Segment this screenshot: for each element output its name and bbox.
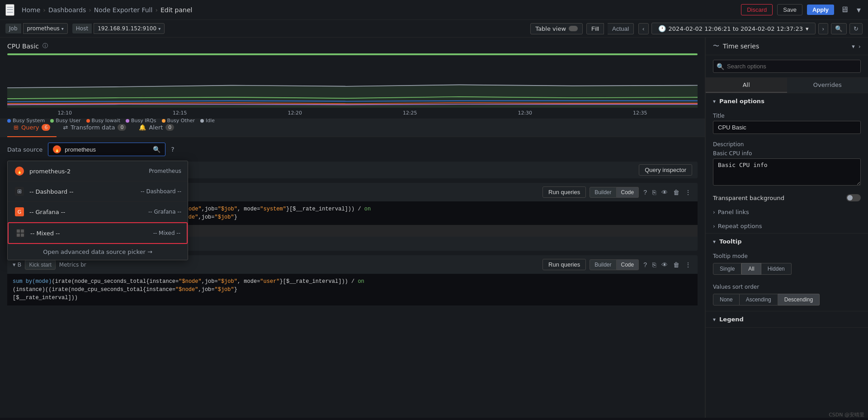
panel-options-chevron-icon: ▾: [713, 98, 716, 105]
right-panel-header: 〜 Time series ▾ ›: [706, 38, 868, 55]
host-value[interactable]: 192.168.91.152:9100 ▾: [94, 23, 165, 34]
collapse-chevron-b-icon[interactable]: ▾: [13, 261, 16, 268]
datasource-label: Data source: [7, 146, 42, 153]
dropdown-item-dashboard[interactable]: ⊞ -- Dashboard -- -- Dashboard --: [8, 181, 188, 202]
menu-icon[interactable]: ☰: [5, 4, 14, 16]
breadcrumb-dashboards[interactable]: Dashboards: [48, 6, 86, 14]
advanced-datasource-button[interactable]: Open advanced data source picker →: [8, 244, 188, 260]
eye-icon-b[interactable]: 👁: [660, 260, 669, 269]
run-queries-button-b[interactable]: Run queries: [542, 259, 586, 270]
zoom-out-button[interactable]: 🔍: [831, 23, 847, 34]
time-range-button[interactable]: 🕐 2024-02-02 12:06:21 to 2024-02-02 12:3…: [651, 23, 816, 34]
legend-title: Legend: [719, 316, 744, 323]
legend-header[interactable]: ▾ Legend: [706, 311, 868, 327]
tooltip-single-button[interactable]: Single: [713, 263, 741, 275]
run-queries-button-a[interactable]: Run queries: [542, 186, 586, 198]
help-icon-a[interactable]: ?: [642, 188, 648, 197]
prometheus-icon: 🔥: [14, 166, 25, 177]
kick-start-button-b[interactable]: Kick start: [25, 260, 55, 270]
host-chevron-icon: ▾: [158, 26, 160, 31]
info-icon[interactable]: ⓘ: [42, 42, 48, 50]
code-block-b[interactable]: sum by(mode)(irate(node_cpu_seconds_tota…: [7, 274, 698, 305]
help-icon-b[interactable]: ?: [642, 260, 648, 269]
tab-overrides[interactable]: Overrides: [787, 78, 868, 93]
legend-idle: Idle: [200, 118, 215, 124]
item-name-mixed: -- Mixed --: [30, 230, 149, 237]
sort-descending-button[interactable]: Descending: [778, 294, 820, 305]
save-button[interactable]: Save: [777, 4, 802, 15]
title-input[interactable]: [713, 121, 861, 134]
apply-button[interactable]: Apply: [807, 5, 834, 15]
legend-busy-iowait: Busy Iowait: [86, 118, 120, 124]
tooltip-all-button[interactable]: All: [741, 263, 761, 275]
delete-icon-a[interactable]: 🗑: [672, 188, 680, 197]
axis-label-1225: 12:25: [403, 110, 417, 116]
tooltip-header[interactable]: ▾ Tooltip: [706, 234, 868, 249]
time-next-button[interactable]: ›: [818, 23, 828, 34]
eye-icon-a[interactable]: 👁: [660, 188, 669, 197]
breadcrumb-home[interactable]: Home: [22, 6, 40, 14]
tooltip-hidden-button[interactable]: Hidden: [761, 263, 792, 275]
dropdown-item-grafana[interactable]: G -- Grafana -- -- Grafana --: [8, 202, 188, 222]
refresh-button[interactable]: ↻: [849, 23, 863, 34]
dropdown-item-prometheus2[interactable]: 🔥 prometheus-2 Prometheus: [8, 161, 188, 181]
right-panel: 〜 Time series ▾ › 🔍 All Overrides ▾ Pane…: [705, 38, 868, 418]
copy-icon-b[interactable]: ⎘: [651, 260, 657, 269]
actual-button[interactable]: Actual: [608, 23, 634, 34]
help-icon[interactable]: ?: [171, 146, 174, 153]
axis-label-1210: 12:10: [57, 110, 72, 116]
discard-button[interactable]: Discard: [741, 4, 773, 15]
transparent-bg-label: Transparent background: [713, 195, 784, 201]
datasource-selector[interactable]: 🔥 🔍: [48, 143, 165, 156]
chevron-down-icon[interactable]: ▾: [855, 3, 863, 17]
tooltip-mode-field: Tooltip mode Single All Hidden: [706, 249, 868, 280]
legend-busy-system: Busy System: [7, 118, 45, 124]
description-label: Description: [713, 141, 861, 148]
axis-label-1235: 12:35: [633, 110, 647, 116]
code-button-b[interactable]: Code: [617, 259, 639, 270]
more-icon-a[interactable]: ⋮: [684, 188, 692, 197]
delete-icon-b[interactable]: 🗑: [672, 260, 680, 269]
values-sort-buttons: None Ascending Descending: [713, 292, 861, 307]
metrics-browser-b[interactable]: Metrics br: [59, 262, 86, 268]
item-type-prometheus2: Prometheus: [149, 168, 181, 174]
job-value[interactable]: prometheus ▾: [23, 23, 68, 34]
display-icon[interactable]: 🖥: [839, 3, 850, 16]
tab-all[interactable]: All: [706, 78, 787, 93]
main-layout: CPU Basic ⓘ 12:10 12:15 1: [0, 38, 868, 418]
visualization-title: Time series: [723, 43, 848, 50]
chart-title-text: CPU Basic: [7, 43, 39, 50]
dropdown-item-mixed[interactable]: -- Mixed -- -- Mixed --: [8, 222, 188, 244]
table-toggle-switch[interactable]: [569, 26, 578, 31]
repeat-options-row[interactable]: › Repeat options: [706, 219, 868, 233]
chart-progress-bar: [7, 53, 698, 55]
datasource-dropdown: 🔥 prometheus-2 Prometheus ⊞ -- Dashboard…: [7, 161, 188, 260]
table-view-toggle[interactable]: Table view: [530, 23, 583, 34]
sort-none-button[interactable]: None: [713, 294, 740, 305]
description-textarea[interactable]: Basic CPU info: [713, 158, 861, 186]
time-prev-button[interactable]: ‹: [638, 23, 648, 34]
right-panel-expand-icon[interactable]: ›: [859, 43, 861, 50]
tooltip-mode-buttons: Single All Hidden: [713, 261, 861, 277]
description-hint: Basic CPU info: [713, 149, 861, 158]
panel-options-header[interactable]: ▾ Panel options: [706, 93, 868, 109]
transparent-bg-toggle[interactable]: [846, 194, 861, 201]
tab-alert-badge: 0: [165, 124, 174, 131]
legend-busy-user: Busy User: [50, 118, 80, 124]
breadcrumb-node-exporter[interactable]: Node Exporter Full: [94, 6, 153, 14]
topbar: ☰ Home › Dashboards › Node Exporter Full…: [0, 0, 868, 20]
copy-icon-a[interactable]: ⎘: [651, 188, 657, 197]
search-options-input[interactable]: [713, 60, 861, 73]
chart-axis-labels: 12:10 12:15 12:20 12:25 12:30 12:35: [7, 110, 698, 116]
code-button-a[interactable]: Code: [617, 187, 639, 198]
datasource-input[interactable]: [65, 146, 149, 153]
panel-links-row[interactable]: › Panel links: [706, 205, 868, 219]
more-icon-b[interactable]: ⋮: [684, 260, 692, 269]
fill-button[interactable]: Fill: [586, 23, 604, 34]
sort-ascending-button[interactable]: Ascending: [740, 294, 778, 305]
builder-button-a[interactable]: Builder: [590, 187, 616, 198]
job-filter: Job prometheus ▾: [5, 23, 68, 34]
builder-button-b[interactable]: Builder: [590, 259, 616, 270]
right-panel-chevron-icon[interactable]: ▾: [852, 43, 855, 50]
query-inspector-button[interactable]: Query inspector: [639, 164, 692, 176]
